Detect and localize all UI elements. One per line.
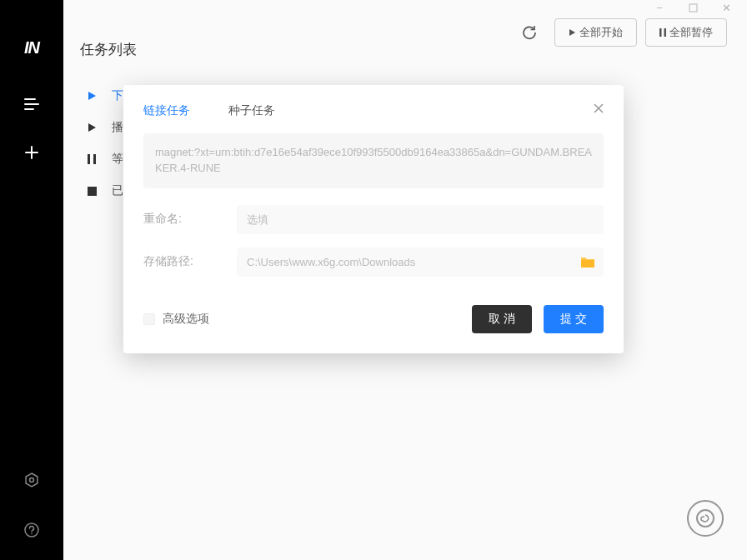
nav-menu-icon[interactable]: [18, 91, 45, 118]
cancel-button[interactable]: 取 消: [472, 305, 532, 333]
help-icon[interactable]: [18, 517, 45, 543]
app-logo: IN: [24, 38, 39, 58]
tab-seed-task[interactable]: 种子任务: [228, 103, 275, 118]
rename-label: 重命名:: [143, 212, 237, 227]
checkbox-box: [143, 313, 155, 325]
settings-icon[interactable]: [18, 467, 45, 493]
add-task-icon[interactable]: [18, 139, 45, 166]
sidebar: IN: [0, 0, 63, 560]
url-input[interactable]: magnet:?xt=urn:btih:d7e16e54af39ece10f99…: [143, 133, 604, 188]
path-input[interactable]: [237, 248, 604, 277]
rename-input[interactable]: [237, 205, 604, 234]
svg-point-3: [25, 523, 38, 537]
add-task-dialog: 链接任务 种子任务 magnet:?xt=urn:btih:d7e16e54af…: [123, 85, 624, 353]
svg-marker-1: [26, 473, 38, 487]
close-icon[interactable]: [590, 100, 607, 117]
submit-button[interactable]: 提 交: [544, 305, 604, 333]
svg-point-4: [31, 533, 33, 535]
advanced-options-checkbox[interactable]: 高级选项: [143, 312, 209, 327]
tab-link-task[interactable]: 链接任务: [143, 103, 190, 118]
path-label: 存储路径:: [143, 254, 237, 269]
advanced-label: 高级选项: [163, 312, 209, 327]
folder-icon[interactable]: [580, 255, 595, 268]
svg-point-2: [30, 478, 34, 482]
